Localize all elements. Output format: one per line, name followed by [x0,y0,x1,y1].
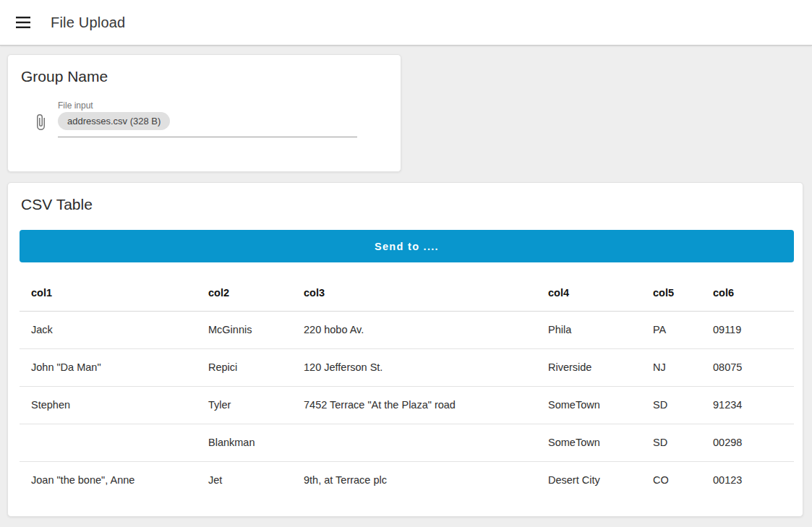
csv-table-card: CSV Table Send to .... col1col2col3col4c… [7,182,803,517]
table-cell: 9th, at Terrace plc [292,461,537,499]
table-cell: SD [641,424,701,461]
table-cell: 08075 [701,348,794,386]
table-cell: Tyler [197,386,292,424]
table-row: StephenTyler7452 Terrace "At the Plaza" … [20,386,794,424]
table-cell [20,424,197,461]
send-button[interactable]: Send to .... [20,230,794,262]
table-cell: John "Da Man" [20,348,197,386]
table-cell: Jack [20,311,197,348]
column-header: col3 [292,275,537,311]
hamburger-menu-button[interactable] [9,8,38,37]
table-cell: Joan "the bone", Anne [20,461,197,499]
csv-table-card-title: CSV Table [8,183,803,215]
table-cell: CO [641,461,701,499]
hamburger-menu-icon [16,17,30,28]
table-cell: Repici [197,348,292,386]
csv-table: col1col2col3col4col5col6 JackMcGinnis220… [20,275,794,499]
file-input-label: File input [58,100,357,111]
table-cell: Phila [537,311,641,348]
table-cell: Desert City [537,461,641,499]
table-cell: Blankman [197,424,292,461]
table-cell: 120 Jefferson St. [292,348,537,386]
column-header: col1 [20,275,197,311]
table-cell: Jet [197,461,292,499]
table-cell: 91234 [701,386,794,424]
column-header: col4 [537,275,641,311]
table-cell: 00123 [701,461,794,499]
page-title: File Upload [51,14,125,31]
column-header: col2 [197,275,292,311]
table-cell: 09119 [701,311,794,348]
table-cell [292,424,537,461]
file-input-field[interactable]: File input addresses.csv (328 B) [58,100,357,137]
group-name-card: Group Name File input addresses.csv (328… [7,54,401,172]
table-header-row: col1col2col3col4col5col6 [20,275,794,311]
table-cell: SD [641,386,701,424]
table-cell: Stephen [20,386,197,424]
column-header: col6 [701,275,794,311]
table-row: JackMcGinnis220 hobo Av.PhilaPA09119 [20,311,794,348]
table-cell: Riverside [537,348,641,386]
table-cell: 7452 Terrace "At the Plaza" road [292,386,537,424]
table-cell: 00298 [701,424,794,461]
table-row: Joan "the bone", AnneJet9th, at Terrace … [20,461,794,499]
table-cell: SomeTown [537,386,641,424]
file-chip[interactable]: addresses.csv (328 B) [58,112,170,130]
table-cell: 220 hobo Av. [292,311,537,348]
table-cell: SomeTown [537,424,641,461]
csv-table-wrapper: col1col2col3col4col5col6 JackMcGinnis220… [20,275,794,499]
app-bar: File Upload [0,0,812,46]
table-row: John "Da Man"Repici120 Jefferson St.Rive… [20,348,794,386]
table-row: BlankmanSomeTownSD00298 [20,424,794,461]
column-header: col5 [641,275,701,311]
file-input-underline [58,137,357,137]
page-body: Group Name File input addresses.csv (328… [0,46,812,517]
group-name-card-title: Group Name [8,55,401,87]
table-cell: McGinnis [197,311,292,348]
paperclip-icon[interactable] [32,111,49,135]
table-cell: PA [641,311,701,348]
file-input[interactable]: File input addresses.csv (328 B) [32,100,401,137]
table-cell: NJ [641,348,701,386]
